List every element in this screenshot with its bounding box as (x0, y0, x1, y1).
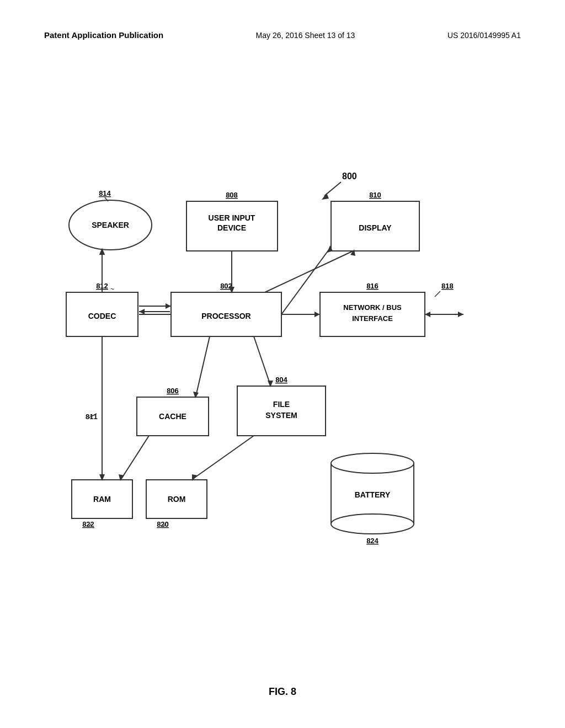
ref-806: 806 (167, 387, 179, 395)
ref-820: 820 (157, 520, 169, 528)
svg-marker-8 (458, 312, 463, 317)
diagram-svg: 800 808 USER INPUT DEVICE SPEAKER 814 81… (0, 77, 565, 684)
ref-822: 822 (82, 520, 94, 528)
ref-816: 816 (366, 282, 379, 290)
ref-800-label: 800 (342, 172, 357, 181)
cache-label: CACHE (159, 412, 186, 421)
svg-marker-7 (425, 312, 430, 317)
battery-top (331, 453, 414, 473)
rom-label: ROM (168, 495, 186, 504)
ref-810: 810 (369, 191, 381, 199)
figure-label: FIG. 8 (269, 686, 296, 698)
page-header: Patent Application Publication May 26, 2… (0, 30, 565, 40)
processor-label: PROCESSOR (201, 312, 250, 320)
page: Patent Application Publication May 26, 2… (0, 0, 565, 728)
user-input-label: USER INPUT (209, 213, 255, 222)
svg-line-24 (196, 336, 210, 396)
svg-marker-21 (166, 303, 171, 309)
display-label: DISPLAY (359, 223, 392, 232)
ref-824: 824 (366, 537, 379, 545)
codec-label: CODEC (88, 312, 116, 320)
svg-text:~: ~ (110, 285, 114, 293)
svg-line-5 (435, 291, 440, 297)
svg-line-35 (121, 436, 149, 479)
network-label-1: NETWORK / BUS (343, 303, 402, 312)
svg-line-37 (193, 436, 254, 479)
battery-label: BATTERY (355, 490, 391, 499)
svg-marker-19 (139, 309, 145, 314)
battery-bottom (331, 514, 414, 534)
svg-line-26 (254, 336, 270, 385)
ref-808: 808 (226, 191, 238, 199)
filesystem-label-1: FILE (273, 400, 290, 409)
filesystem-label-2: SYSTEM (265, 411, 297, 420)
ref-814: 814 (99, 189, 111, 197)
speaker-label: SPEAKER (92, 221, 129, 229)
svg-text:DEVICE: DEVICE (217, 223, 246, 232)
ref-818: 818 (441, 282, 454, 290)
ref-804: 804 (275, 376, 287, 384)
network-label-2: INTERFACE (352, 314, 393, 323)
header-patent-number: US 2016/0149995 A1 (447, 31, 521, 40)
svg-marker-1 (322, 193, 329, 200)
header-publication-label: Patent Application Publication (44, 30, 163, 40)
header-date-sheet: May 26, 2016 Sheet 13 of 13 (256, 31, 355, 40)
svg-marker-29 (315, 312, 320, 317)
svg-line-30 (265, 251, 353, 292)
ram-label: RAM (93, 495, 111, 504)
